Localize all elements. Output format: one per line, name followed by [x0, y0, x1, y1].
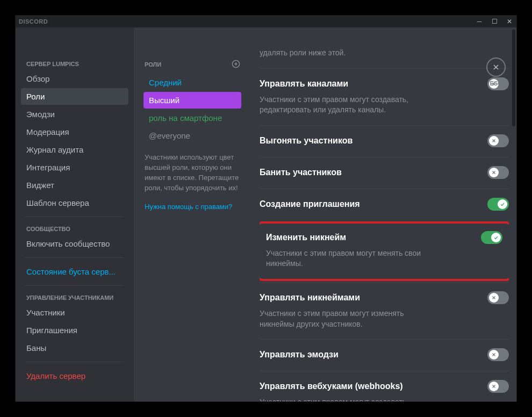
permission-title: Управлять эмодзи: [260, 350, 339, 360]
x-icon: [489, 382, 499, 391]
role-item[interactable]: роль на смартфоне: [143, 110, 241, 126]
x-icon: [489, 293, 499, 303]
permission-row: удалять роли ниже этой.: [260, 48, 509, 68]
permission-title: Создание приглашения: [260, 199, 360, 209]
permission-row: Создание приглашения: [260, 189, 509, 220]
permission-title: Управлять вебхуками (webhooks): [260, 382, 403, 391]
minimize-button[interactable]: ─: [476, 18, 483, 25]
sidebar-item[interactable]: Модерация: [21, 124, 128, 140]
esc-label: ESC: [490, 80, 502, 87]
sidebar-item[interactable]: Журнал аудита: [21, 141, 128, 158]
divider: [25, 362, 124, 362]
permission-description: Участники с этим правом могут изменять н…: [260, 308, 432, 329]
sidebar-item[interactable]: Виджет: [21, 177, 128, 193]
divider: [25, 257, 124, 258]
sidebar-item[interactable]: Баны: [21, 340, 128, 356]
permission-title: Изменить никнейм: [266, 233, 346, 242]
permission-row: Управлять эмодзи: [260, 339, 509, 371]
content: СЕРВЕР LUMPICS ОбзорРолиЭмодзиМодерацияЖ…: [16, 27, 516, 401]
permission-row: Управлять каналамиУчастники с этим право…: [260, 68, 509, 125]
permission-row: Управлять никнеймамиУчастники с этим пра…: [260, 282, 509, 339]
sidebar-category-community: СООБЩЕСТВО: [21, 222, 128, 235]
sidebar-item[interactable]: Включить сообщество: [21, 235, 128, 252]
permission-toggle[interactable]: [487, 198, 509, 211]
app-brand: DISCORD: [19, 18, 48, 25]
sidebar-item[interactable]: Интеграция: [21, 159, 128, 176]
permission-toggle[interactable]: [487, 134, 509, 147]
permission-toggle[interactable]: [487, 348, 509, 361]
roles-column: РОЛИ СреднийВысшийроль на смартфоне@ever…: [134, 27, 251, 401]
scrollbar-thumb[interactable]: [512, 30, 515, 126]
permission-row: Управлять вебхуками (webhooks)Участники …: [260, 371, 509, 401]
check-icon: [498, 199, 507, 209]
role-item[interactable]: Средний: [143, 74, 241, 91]
window-controls: ─ ☐ ✕: [476, 18, 513, 25]
permission-toggle[interactable]: [481, 231, 502, 244]
permission-row: Банить участников: [260, 157, 509, 189]
app-window: DISCORD ─ ☐ ✕ СЕРВЕР LUMPICS ОбзорРолиЭм…: [15, 15, 517, 402]
sidebar-item[interactable]: Шаблон сервера: [21, 195, 128, 211]
permission-row: Выгонять участников: [260, 125, 509, 157]
permission-description: Участники с этим правом могут создавать,…: [260, 95, 432, 116]
titlebar: DISCORD ─ ☐ ✕: [16, 16, 516, 27]
sidebar-category-member-mgmt: УПРАВЛЕНИЕ УЧАСТНИКАМИ: [21, 291, 128, 304]
sidebar-item[interactable]: Обзор: [21, 70, 128, 87]
permission-toggle[interactable]: [487, 380, 509, 393]
sidebar-item[interactable]: Участники: [21, 304, 128, 321]
close-button[interactable]: ✕: [506, 18, 513, 25]
roles-hint: Участники используют цвет высшей роли, к…: [143, 153, 241, 193]
permissions-column: удалять роли ниже этой.Управлять каналам…: [251, 27, 516, 401]
sidebar-item-delete-server[interactable]: Удалить сервер: [21, 368, 128, 384]
permission-title: Выгонять участников: [260, 136, 353, 146]
sidebar-item-boost-status[interactable]: Состояние буста серв...: [21, 263, 128, 280]
permission-description: удалять роли ниже этой.: [260, 48, 432, 59]
permission-description: Участники с этим правом могут менять сво…: [266, 248, 438, 269]
x-icon: [489, 136, 499, 146]
roles-header: РОЛИ: [143, 57, 241, 74]
permission-toggle[interactable]: [487, 291, 509, 304]
permission-title: Управлять никнеймами: [260, 293, 360, 303]
x-icon: [489, 350, 499, 360]
sidebar-item[interactable]: Эмодзи: [21, 106, 128, 123]
close-settings-button[interactable]: [486, 57, 506, 77]
settings-sidebar: СЕРВЕР LUMPICS ОбзорРолиЭмодзиМодерацияЖ…: [16, 27, 134, 401]
check-icon: [491, 233, 501, 242]
permission-toggle[interactable]: [487, 166, 509, 179]
roles-help-link[interactable]: Нужна помощь с правами?: [143, 203, 241, 211]
roles-header-label: РОЛИ: [145, 61, 161, 68]
divider: [25, 285, 124, 286]
sidebar-item[interactable]: Приглашения: [21, 322, 128, 339]
x-icon: [489, 168, 499, 177]
permission-title: Управлять каналами: [260, 79, 348, 89]
role-item[interactable]: @everyone: [143, 127, 241, 144]
role-item[interactable]: Высший: [143, 92, 241, 109]
close-settings: ESC: [486, 57, 506, 87]
sidebar-item[interactable]: Роли: [21, 88, 128, 105]
highlighted-permission: Изменить никнеймУчастники с этим правом …: [260, 221, 509, 281]
permission-title: Банить участников: [260, 168, 342, 177]
maximize-button[interactable]: ☐: [491, 18, 498, 25]
divider: [25, 217, 124, 217]
add-role-button[interactable]: [232, 60, 240, 69]
sidebar-category-server: СЕРВЕР LUMPICS: [21, 57, 128, 70]
permission-description: Участники с этим правом могут создавать,: [260, 397, 432, 401]
